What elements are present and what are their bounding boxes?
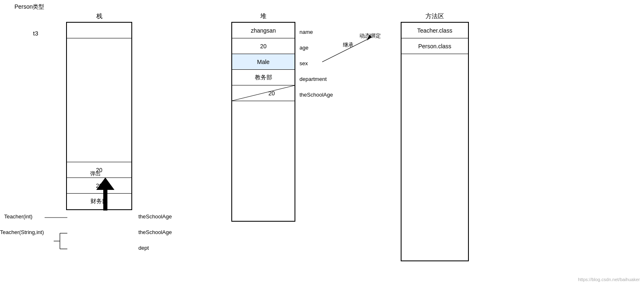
stack-cell-top xyxy=(67,23,131,38)
method-box: Teacher.class Person.class xyxy=(401,22,469,261)
teacher-stringint-label: Teacher(String,int) xyxy=(0,229,44,235)
watermark: https://blog.csdn.net/baihuaker xyxy=(578,277,640,282)
method-title: 方法区 xyxy=(401,12,469,20)
heap-box: zhangsan 20 Male 教务部 20 xyxy=(231,22,295,222)
method-cell-person: Person.class xyxy=(402,38,468,54)
arrow-body xyxy=(103,190,107,211)
heap-cell-dept: 教务部 xyxy=(232,70,295,85)
schoolage1-field: theSchoolAge xyxy=(138,213,172,220)
heap-cell-sex: Male xyxy=(232,54,295,70)
stack-cell-empty xyxy=(67,38,131,162)
method-cell-teacher: Teacher.class xyxy=(402,23,468,38)
heap-field-age: age xyxy=(299,45,309,51)
heap-field-name: name xyxy=(299,29,313,35)
popup-label: 弹出 xyxy=(90,170,101,178)
teacher-int-label: Teacher(int) xyxy=(4,213,33,220)
heap-cell-zhangsan: zhangsan xyxy=(232,23,295,38)
dept-field: dept xyxy=(138,245,149,251)
heap-cell-age: 20 xyxy=(232,38,295,54)
heap-field-sex: sex xyxy=(299,60,308,66)
dynamic-binding-label: 动态绑定 xyxy=(359,32,381,40)
popup-arrow xyxy=(96,178,114,211)
heap-field-schoolage: theSchoolAge xyxy=(299,92,333,98)
heap-title: 堆 xyxy=(231,12,295,20)
heap-cell-schoolage: 20 xyxy=(232,85,295,101)
method-section: 方法区 Teacher.class Person.class xyxy=(401,12,469,261)
t3-label: t3 xyxy=(33,30,38,37)
diagram-container: Person类型 栈 20 20 财务部 t3 弹出 Teacher(int) … xyxy=(0,0,644,284)
stack-title: 栈 xyxy=(66,12,132,20)
arrow-head xyxy=(96,178,114,190)
heap-section: 堆 zhangsan 20 Male 教务部 20 xyxy=(231,12,295,222)
method-cell-empty xyxy=(402,54,468,260)
heap-field-dept: department xyxy=(299,76,327,82)
inherit-label: 继承 xyxy=(343,41,354,49)
schoolage2-field: theSchoolAge xyxy=(138,229,172,235)
person-type-label: Person类型 xyxy=(14,3,44,11)
svg-line-5 xyxy=(322,37,372,62)
bracket-svg xyxy=(0,0,74,268)
heap-cell-empty xyxy=(232,101,295,221)
